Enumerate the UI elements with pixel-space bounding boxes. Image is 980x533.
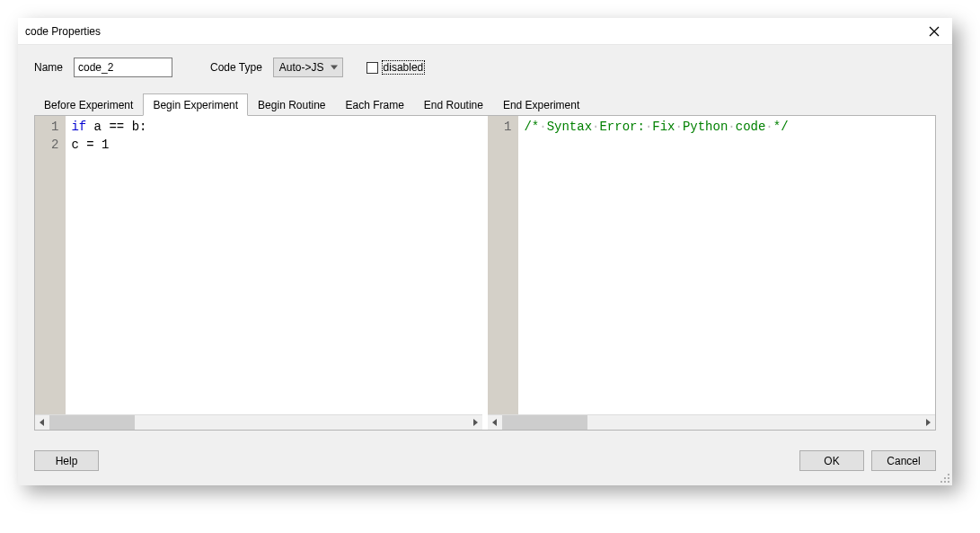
form-area: Name Code Type Auto->JS disabled Before … <box>18 45 952 485</box>
scroll-thumb[interactable] <box>49 415 135 430</box>
name-input[interactable] <box>74 58 172 77</box>
left-code[interactable]: if a == b:c = 1 <box>66 116 482 414</box>
disabled-option: disabled <box>366 60 426 75</box>
scroll-right-icon[interactable] <box>921 415 935 430</box>
cancel-button[interactable]: Cancel <box>871 450 936 471</box>
help-button[interactable]: Help <box>34 450 99 471</box>
right-code[interactable]: /*·Syntax·Error:·Fix·Python·code·*/ <box>518 116 935 414</box>
right-editor-pane: 1 /*·Syntax·Error:·Fix·Python·code·*/ <box>488 116 935 430</box>
ok-button[interactable]: OK <box>799 450 864 471</box>
tab-begin-experiment[interactable]: Begin Experiment <box>143 93 248 116</box>
right-gutter: 1 <box>488 116 518 414</box>
bottom-bar: Help OK Cancel <box>34 450 936 471</box>
right-editor[interactable]: 1 /*·Syntax·Error:·Fix·Python·code·*/ <box>488 116 935 414</box>
tab-each-frame[interactable]: Each Frame <box>336 93 414 115</box>
line-number: 1 <box>51 118 58 136</box>
resize-grip-icon <box>938 471 950 484</box>
line-number: 2 <box>51 136 58 154</box>
svg-point-7 <box>944 477 946 479</box>
scroll-left-icon[interactable] <box>488 415 502 430</box>
left-editor-pane: 12 if a == b:c = 1 <box>35 116 482 430</box>
code-line[interactable]: /*·Syntax·Error:·Fix·Python·code·*/ <box>524 118 930 136</box>
tab-end-experiment[interactable]: End Experiment <box>493 93 589 115</box>
code-line[interactable]: if a == b: <box>71 118 477 136</box>
left-scrollbar[interactable] <box>35 414 482 430</box>
tab-before-experiment[interactable]: Before Experiment <box>34 93 143 115</box>
disabled-checkbox[interactable] <box>366 62 378 74</box>
line-number: 1 <box>504 118 511 136</box>
titlebar: code Properties <box>18 18 952 45</box>
scroll-left-icon[interactable] <box>35 415 49 430</box>
window-title: code Properties <box>25 25 101 38</box>
close-button[interactable] <box>923 21 945 42</box>
scroll-thumb[interactable] <box>502 415 587 430</box>
svg-point-8 <box>948 477 949 479</box>
name-label: Name <box>34 61 63 74</box>
svg-marker-2 <box>40 419 44 426</box>
editor-container: 12 if a == b:c = 1 1 /*·Syntax·Error:·Fi… <box>34 115 936 431</box>
codetype-select[interactable]: Auto->JS <box>273 58 343 77</box>
svg-point-6 <box>948 474 949 475</box>
codetype-value: Auto->JS <box>279 61 324 74</box>
dialog-window: code Properties Name Code Type Auto->JS … <box>18 18 952 485</box>
svg-marker-5 <box>926 419 931 426</box>
close-icon <box>929 26 940 37</box>
tabs: Before ExperimentBegin ExperimentBegin R… <box>34 93 936 115</box>
disabled-label: disabled <box>382 60 426 75</box>
chevron-down-icon <box>331 66 338 70</box>
scroll-right-icon[interactable] <box>468 415 482 430</box>
left-gutter: 12 <box>35 116 66 414</box>
svg-point-10 <box>944 481 946 483</box>
svg-marker-4 <box>492 419 497 426</box>
svg-point-11 <box>948 481 949 483</box>
scroll-track[interactable] <box>502 415 921 430</box>
svg-marker-3 <box>473 419 478 426</box>
svg-point-9 <box>940 481 942 483</box>
tab-end-routine[interactable]: End Routine <box>414 93 493 115</box>
tab-begin-routine[interactable]: Begin Routine <box>248 93 335 115</box>
top-row: Name Code Type Auto->JS disabled <box>34 58 936 77</box>
resize-grip[interactable] <box>938 471 950 484</box>
scroll-track[interactable] <box>49 415 468 430</box>
left-editor[interactable]: 12 if a == b:c = 1 <box>35 116 482 414</box>
code-line[interactable]: c = 1 <box>71 136 477 154</box>
right-scrollbar[interactable] <box>488 414 935 430</box>
codetype-label: Code Type <box>210 61 262 74</box>
